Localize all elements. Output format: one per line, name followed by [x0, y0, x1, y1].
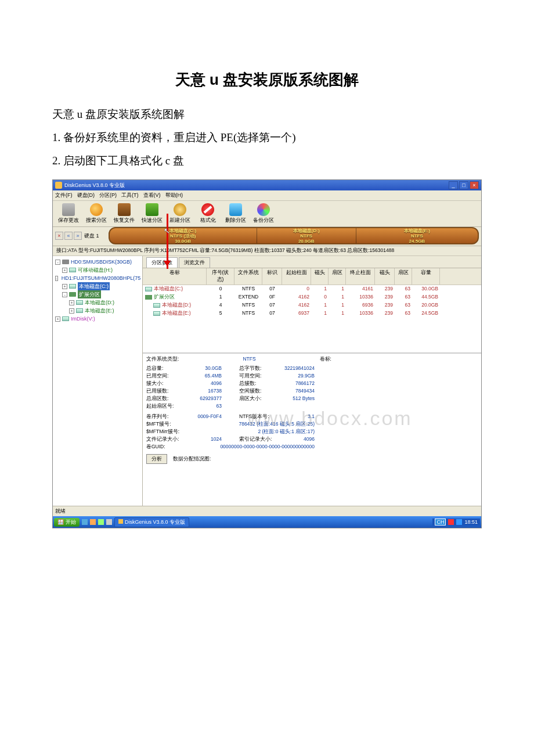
- window-title: DiskGenius V3.8.0 专业版: [64, 182, 125, 188]
- tree-removable[interactable]: 可移动磁盘(H:): [78, 266, 113, 274]
- app-icon: [55, 182, 62, 189]
- recover-icon: [118, 203, 131, 216]
- quicklaunch-icon[interactable]: [90, 519, 96, 525]
- disk-segment-c[interactable]: 本地磁盘(C:)NTFS (活动)30.0GB: [110, 228, 257, 243]
- toolbar: 保存更改 搜索分区 恢复文件 快速分区 新建分区 格式化 删除分区 备份分区: [53, 201, 481, 227]
- partition-row[interactable]: 本地磁盘(D:)4NTFS0741621169362396320.0GB: [143, 301, 481, 309]
- tab-partition-params[interactable]: 分区参数: [146, 257, 178, 268]
- format-icon: [201, 203, 214, 216]
- menu-partition[interactable]: 分区(P): [99, 192, 117, 199]
- tree-drive-e[interactable]: 本地磁盘(E:): [85, 307, 114, 315]
- partition-row[interactable]: 本地磁盘(C:)0NTFS0701141612396330.0GB: [143, 285, 481, 293]
- maximize-button[interactable]: □: [459, 181, 468, 189]
- partition-row[interactable]: 本地磁盘(E:)5NTFS07693711103362396324.5GB: [143, 309, 481, 318]
- minimize-button[interactable]: _: [449, 181, 458, 189]
- disk-segment-d[interactable]: 本地磁盘(D:)NTFS20.0GB: [257, 228, 356, 243]
- quicklaunch-icon[interactable]: [98, 519, 104, 525]
- menu-bar: 文件(F) 硬盘(D) 分区(P) 工具(T) 查看(V) 帮助(H): [53, 190, 481, 201]
- delete-icon: [229, 203, 242, 216]
- disk-segment-e[interactable]: 本地磁盘(E:)NTFS24.5GB: [356, 228, 478, 243]
- menu-view[interactable]: 查看(V): [143, 192, 161, 199]
- window-titlebar: DiskGenius V3.8.0 专业版 _ □ ×: [53, 180, 481, 190]
- disk-map-row: × « » 硬盘 1 本地磁盘(C:)NTFS (活动)30.0GB 本地磁盘(…: [53, 227, 481, 246]
- tool-recover-files[interactable]: 恢复文件: [112, 203, 136, 224]
- backup-icon: [257, 203, 270, 216]
- right-tabs: 分区参数 浏览文件: [143, 256, 481, 268]
- new-partition-icon: [174, 203, 186, 216]
- tree-hd0[interactable]: HD0:SMIUSBDISK(30GB): [71, 258, 132, 266]
- menu-tools[interactable]: 工具(T): [121, 192, 139, 199]
- doc-title: 天意 u 盘安装原版系统图解: [52, 70, 482, 90]
- filesystem-details: 文件系统类型:NTFS卷标: 总容量:30.0GB总字节数:3221984102…: [143, 353, 481, 466]
- tree-hd1[interactable]: HD1:FUJITSUMHW2080BHPL(75: [62, 274, 141, 282]
- tray-icon[interactable]: [448, 519, 454, 525]
- tree-drive-d[interactable]: 本地磁盘(D:): [85, 298, 114, 307]
- partition-row[interactable]: 扩展分区1EXTEND0F416201103362396344.5GB: [143, 293, 481, 301]
- doc-subtitle: 天意 u 盘原安装版系统图解: [52, 104, 482, 125]
- tree-extended[interactable]: 扩展分区: [78, 290, 101, 298]
- tool-backup-partition[interactable]: 备份分区: [251, 203, 276, 224]
- analyze-button[interactable]: 分析: [146, 454, 167, 464]
- annotation-arrow: [167, 214, 168, 269]
- nav-next[interactable]: »: [74, 232, 82, 240]
- tool-search-partition[interactable]: 搜索分区: [84, 203, 109, 224]
- disk-info-line: 接口:ATA 型号:FUJITSUMHW2080BPL 序列号:K10MT752…: [53, 246, 481, 256]
- status-bar: 就绪: [53, 506, 481, 516]
- tool-new-partition[interactable]: 新建分区: [168, 203, 192, 224]
- tab-browse-files[interactable]: 浏览文件: [179, 257, 210, 268]
- tree-drive-c[interactable]: 本地磁盘(C:): [78, 282, 110, 290]
- tool-format[interactable]: 格式化: [196, 203, 220, 224]
- mouse-cursor-icon: ↖: [164, 227, 170, 235]
- nav-close[interactable]: ×: [55, 232, 63, 240]
- grid-header: 卷标序号(状态)文件系统标识起始柱面磁头扇区终止柱面磁头扇区容量: [143, 268, 481, 285]
- doc-step-2: 2. 启动图下工具格式化 c 盘: [52, 150, 482, 171]
- system-tray[interactable]: CH 18:51: [432, 519, 480, 525]
- tray-lang[interactable]: CH: [435, 519, 446, 525]
- tray-icon[interactable]: [456, 519, 462, 525]
- tool-delete-partition[interactable]: 删除分区: [223, 203, 248, 224]
- start-button[interactable]: 🪟开始: [54, 518, 80, 527]
- menu-disk[interactable]: 硬盘(D): [77, 192, 95, 199]
- tree-imdisk[interactable]: ImDisk(V:): [71, 315, 95, 323]
- tool-save[interactable]: 保存更改: [56, 203, 81, 224]
- quicklaunch-icon[interactable]: [82, 519, 88, 525]
- search-icon: [90, 203, 103, 216]
- nav-prev[interactable]: «: [64, 232, 73, 240]
- close-button[interactable]: ×: [470, 181, 479, 189]
- screenshot-diskgenius: DiskGenius V3.8.0 专业版 _ □ × 文件(F) 硬盘(D) …: [52, 179, 482, 528]
- quicklaunch-icon[interactable]: [106, 519, 112, 525]
- menu-file[interactable]: 文件(F): [55, 192, 73, 199]
- doc-step-1: 1. 备份好系统里的资料，重启进入 PE(选择第一个): [52, 127, 482, 148]
- partition-grid: 卷标序号(状态)文件系统标识起始柱面磁头扇区终止柱面磁头扇区容量 本地磁盘(C:…: [143, 268, 481, 353]
- menu-help[interactable]: 帮助(H): [165, 192, 183, 199]
- taskbar-app[interactable]: DiskGenius V3.8.0 专业版: [114, 517, 189, 527]
- tool-quick-partition[interactable]: 快速分区: [140, 203, 164, 224]
- disk-tree[interactable]: -HD0:SMIUSBDISK(30GB) +可移动磁盘(H:) -HD1:FU…: [53, 256, 143, 506]
- taskbar: 🪟开始 DiskGenius V3.8.0 专业版 CH 18:51: [53, 516, 481, 528]
- quick-partition-icon: [146, 203, 158, 216]
- disk-label: 硬盘 1: [84, 227, 106, 244]
- tray-clock: 18:51: [464, 519, 478, 525]
- save-icon: [62, 203, 75, 216]
